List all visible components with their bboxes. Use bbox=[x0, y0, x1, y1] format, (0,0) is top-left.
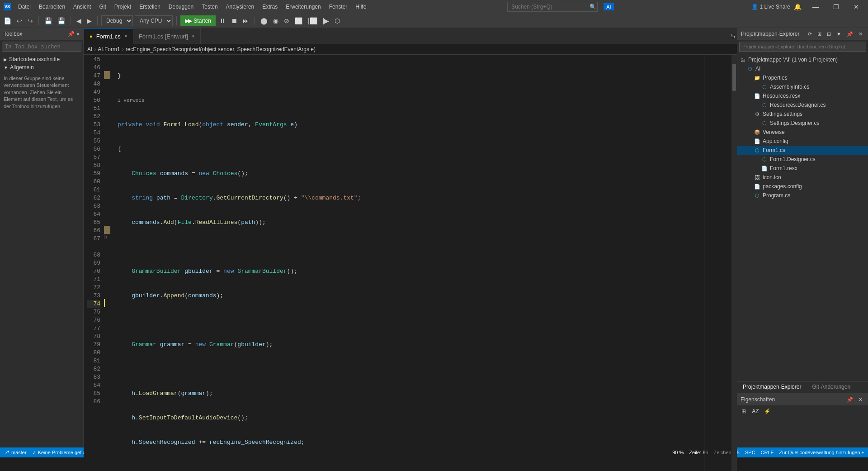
menu-datei[interactable]: Datei bbox=[14, 2, 34, 12]
notifications-icon[interactable]: 🔔 bbox=[794, 3, 802, 11]
menu-bearbeiten[interactable]: Bearbeiten bbox=[35, 2, 69, 12]
close-button[interactable]: ✕ bbox=[848, 0, 864, 14]
breadcrumb-method[interactable]: recEngine_SpeechRecognized(object sender… bbox=[126, 46, 316, 52]
bp4-btn[interactable]: ⬜ bbox=[293, 15, 304, 26]
se-search-input[interactable] bbox=[739, 42, 866, 52]
vertical-scrollbar[interactable] bbox=[731, 55, 737, 471]
se-item-resources-resx[interactable]: 📄 Resources.resx bbox=[737, 91, 868, 100]
breadcrumb-namespace[interactable]: AI bbox=[87, 46, 92, 52]
props-event-btn[interactable]: ⚡ bbox=[762, 406, 772, 416]
menu-analysieren[interactable]: Analysieren bbox=[222, 2, 258, 12]
se-item-settings-designer[interactable]: ⬡ Settings.Designer.cs bbox=[737, 119, 868, 128]
se-item-resources-designer[interactable]: ⬡ Resources.Designer.cs bbox=[737, 100, 868, 109]
tab-close-btn[interactable]: × bbox=[124, 33, 127, 39]
bp2-btn[interactable]: ◉ bbox=[271, 15, 280, 26]
se-collapse-btn[interactable]: ⊟ bbox=[825, 30, 833, 38]
se-resources-resx-label: Resources.resx bbox=[763, 93, 800, 99]
tab-close-btn2[interactable]: × bbox=[192, 33, 195, 39]
forward-btn[interactable]: ▶ bbox=[85, 15, 94, 26]
restore-button[interactable]: ❐ bbox=[828, 0, 844, 14]
toolbox-search-input[interactable] bbox=[2, 42, 81, 52]
collapse-icon[interactable]: ⊟ bbox=[104, 234, 110, 242]
tab-form1cs[interactable]: ● Form1.cs × bbox=[84, 28, 133, 44]
bp7-btn[interactable]: ⬡ bbox=[333, 15, 342, 26]
tab-form1cs-entwurf[interactable]: Form1.cs [Entwurf] × bbox=[133, 28, 201, 44]
se-item-packages[interactable]: 📄 packages.config bbox=[737, 182, 868, 191]
start-button[interactable]: ▶ ▶ Starten bbox=[180, 15, 216, 26]
se-form1designer-icon: ⬡ bbox=[761, 156, 768, 163]
main-area: Toolbox 📌 ✕ ▶ Startcodeausschnitte ▼ All… bbox=[0, 28, 868, 447]
toolbox-category-allgemein[interactable]: ▼ Allgemein bbox=[0, 63, 83, 71]
encoding-item[interactable]: SPC bbox=[745, 450, 755, 455]
line-ending-item[interactable]: CRLF bbox=[761, 450, 774, 455]
se-item-assemblyinfo[interactable]: ⬡ AssemblyInfo.cs bbox=[737, 82, 868, 91]
se-filter-btn[interactable]: ▼ bbox=[835, 30, 843, 38]
git-branch-item[interactable]: ⎇ master bbox=[4, 450, 27, 456]
toolbox-pin-icon[interactable]: 📌 bbox=[68, 31, 75, 38]
minimap[interactable] bbox=[704, 55, 731, 471]
toolbox-close-icon[interactable]: ✕ bbox=[76, 31, 80, 38]
props-close-btn[interactable]: ✕ bbox=[857, 395, 864, 404]
menu-hilfe[interactable]: Hilfe bbox=[352, 2, 370, 12]
se-item-icon[interactable]: 🖼 icon.ico bbox=[737, 173, 868, 182]
menu-projekt[interactable]: Projekt bbox=[111, 2, 135, 12]
breadcrumb-class[interactable]: AI.Form1 bbox=[98, 46, 120, 52]
props-categorize-btn[interactable]: ⊞ bbox=[739, 406, 749, 416]
platform-select[interactable]: Any CPU bbox=[135, 15, 173, 26]
liveshare-button[interactable]: 👤 1 Live Share bbox=[751, 4, 790, 10]
new-file-btn[interactable]: 📄 bbox=[2, 15, 13, 26]
ai-badge: AI bbox=[604, 3, 613, 10]
se-sync-btn[interactable]: ⟳ bbox=[806, 30, 814, 38]
se-item-form1designer[interactable]: ⬡ Form1.Designer.cs bbox=[737, 155, 868, 164]
se-item-form1cs[interactable]: ⬡ Form1.cs bbox=[737, 146, 868, 155]
bp-btn[interactable]: ⬤ bbox=[259, 15, 269, 26]
split-editor-btn[interactable]: ⇆ bbox=[729, 28, 737, 44]
bp6-btn[interactable]: |▶ bbox=[321, 15, 331, 26]
se-item-solution[interactable]: 🗂 Projektmappe 'AI' (1 von 1 Projekten) bbox=[737, 55, 868, 64]
bp3-btn[interactable]: ⊘ bbox=[282, 15, 291, 26]
scrollbar-thumb[interactable] bbox=[732, 64, 736, 91]
redo-btn[interactable]: ↪ bbox=[26, 15, 35, 26]
bp5-btn[interactable]: |⬜ bbox=[306, 15, 319, 26]
se-item-properties[interactable]: 📁 Properties bbox=[737, 73, 868, 82]
se-close-btn[interactable]: ✕ bbox=[857, 30, 864, 38]
undo-btn[interactable]: ↩ bbox=[15, 15, 24, 26]
se-item-form1resx[interactable]: 📄 Form1.resx bbox=[737, 164, 868, 173]
step-btn[interactable]: ⏭ bbox=[241, 15, 251, 26]
menu-ansicht[interactable]: Ansicht bbox=[70, 2, 94, 12]
menu-fenster[interactable]: Fenster bbox=[326, 2, 351, 12]
props-header: Eigenschaften 📌 ✕ bbox=[737, 394, 868, 405]
back-btn[interactable]: ◀ bbox=[75, 15, 83, 26]
code-content[interactable]: } 1 Verweis private void Form1_Load(obje… bbox=[110, 55, 704, 471]
stop-btn[interactable]: ⏹ bbox=[229, 15, 239, 26]
se-icon-icon: 🖼 bbox=[754, 174, 761, 181]
minimize-button[interactable]: — bbox=[807, 0, 824, 14]
menu-git[interactable]: Git bbox=[95, 2, 109, 12]
se-item-programcs[interactable]: ⬡ Program.cs bbox=[737, 191, 868, 200]
se-refresh-btn[interactable]: ⊞ bbox=[816, 30, 823, 38]
se-item-appconfig[interactable]: 📄 App.config bbox=[737, 137, 868, 146]
menu-debuggen[interactable]: Debuggen bbox=[165, 2, 197, 12]
props-alphabetical-btn[interactable]: AZ bbox=[750, 406, 760, 416]
menu-testen[interactable]: Testen bbox=[198, 2, 221, 12]
save-btn[interactable]: 💾 bbox=[42, 15, 54, 26]
se-btab-explorer[interactable]: Projektmappen-Explorer bbox=[737, 382, 807, 393]
menu-extras[interactable]: Extras bbox=[259, 2, 281, 12]
git-source-item[interactable]: Zur Quellcodeverwaltung hinzufügen + bbox=[779, 450, 864, 455]
se-pin-btn[interactable]: 📌 bbox=[845, 30, 855, 38]
pause-btn[interactable]: ⏸ bbox=[217, 15, 227, 26]
props-pin-btn[interactable]: 📌 bbox=[845, 395, 855, 404]
toolbox-category-startcodeausschnitte[interactable]: ▶ Startcodeausschnitte bbox=[0, 55, 83, 63]
se-settings-designer-icon: ⬡ bbox=[761, 119, 768, 127]
menu-erweiterungen[interactable]: Erweiterungen bbox=[282, 2, 324, 12]
se-btab-git[interactable]: Git-Änderungen bbox=[807, 382, 856, 393]
se-resources-resx-icon: 📄 bbox=[754, 92, 761, 100]
debug-config-select[interactable]: Debug bbox=[101, 15, 133, 26]
save-all-btn[interactable]: 💾 bbox=[56, 15, 67, 26]
menu-erstellen[interactable]: Erstellen bbox=[136, 2, 164, 12]
se-item-settings[interactable]: ⚙ Settings.settings bbox=[737, 109, 868, 119]
search-input[interactable] bbox=[507, 2, 598, 12]
se-item-ai[interactable]: ⬡ AI bbox=[737, 64, 868, 73]
se-item-verweise[interactable]: 📦 Verweise bbox=[737, 128, 868, 137]
se-title: Projektmappen-Explorer bbox=[741, 31, 799, 37]
